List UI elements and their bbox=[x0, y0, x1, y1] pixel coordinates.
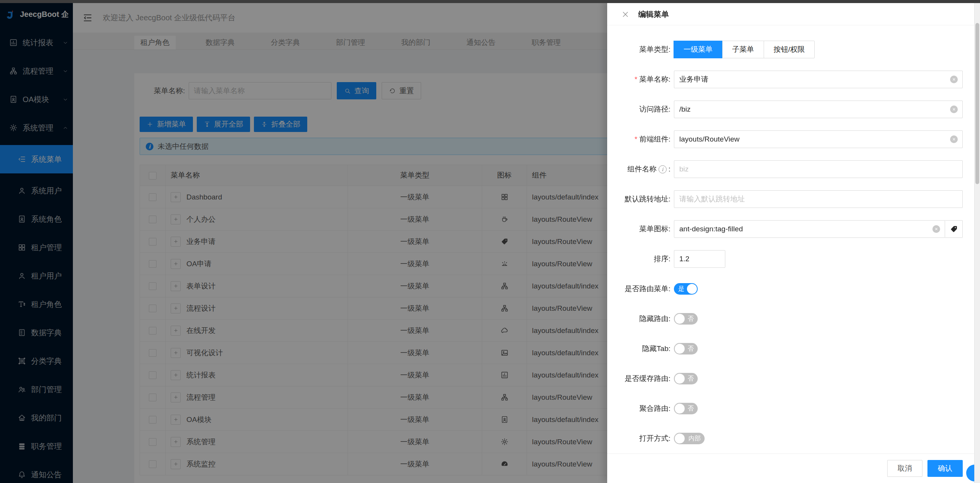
toggle-row: 聚合路由: 否 bbox=[607, 400, 963, 417]
menu-type-row: 菜单类型: 一级菜单 子菜单 按钮/权限 bbox=[607, 41, 963, 58]
toggle-switch[interactable]: 否 bbox=[674, 343, 698, 354]
menu-icon-row: 菜单图标: bbox=[607, 220, 963, 238]
toggle-label: 是否路由菜单: bbox=[607, 284, 674, 294]
switch-knob bbox=[675, 314, 685, 324]
toggle-label: 是否缓存路由: bbox=[607, 374, 674, 384]
toggle-label: 隐藏Tab: bbox=[607, 344, 674, 354]
toggle-label: 打开方式: bbox=[607, 434, 674, 443]
menu-type-option[interactable]: 一级菜单 bbox=[674, 41, 723, 58]
component-row: 前端组件: bbox=[607, 130, 963, 148]
drawer-header: 编辑菜单 bbox=[607, 0, 980, 25]
clear-icon[interactable] bbox=[932, 225, 940, 233]
toggle-row: 打开方式: 内部 bbox=[607, 430, 963, 447]
switch-state-text: 否 bbox=[688, 313, 694, 325]
toggle-rows: 是否路由菜单: 是 隐藏路由: 否 bbox=[607, 280, 963, 447]
menu-type-label: 菜单类型: bbox=[607, 45, 674, 54]
switch-state-text: 内部 bbox=[688, 433, 701, 444]
confirm-button[interactable]: 确认 bbox=[927, 460, 963, 477]
clear-icon[interactable] bbox=[950, 76, 958, 83]
menu-icon-label: 菜单图标: bbox=[607, 224, 674, 234]
redirect-label: 默认跳转地址: bbox=[607, 194, 674, 204]
edit-menu-drawer: 编辑菜单 菜单类型: 一级菜单 子菜单 bbox=[607, 0, 980, 483]
menu-type-option[interactable]: 按钮/权限 bbox=[764, 41, 815, 58]
toggle-label: 隐藏路由: bbox=[607, 314, 674, 324]
component-label: 前端组件: bbox=[639, 134, 670, 144]
toggle-label: 聚合路由: bbox=[607, 404, 674, 414]
sort-row: 排序: bbox=[607, 250, 963, 268]
switch-knob bbox=[675, 374, 685, 384]
menu-name-row: 菜单名称: bbox=[607, 71, 963, 88]
icon-picker-button[interactable] bbox=[945, 220, 963, 238]
drawer-body: 菜单类型: 一级菜单 子菜单 按钮/权限 bbox=[607, 25, 980, 453]
toggle-switch[interactable]: 否 bbox=[674, 373, 698, 384]
menu-icon-field[interactable] bbox=[674, 220, 945, 238]
menu-name-label: 菜单名称: bbox=[639, 74, 670, 84]
switch-state-text: 否 bbox=[688, 343, 694, 354]
required-asterisk bbox=[634, 75, 637, 84]
switch-knob bbox=[675, 404, 685, 414]
route-path-row: 访问路径: bbox=[607, 101, 963, 118]
toggle-switch[interactable]: 否 bbox=[674, 403, 698, 414]
drawer-footer: 取消 确认 bbox=[607, 453, 980, 483]
switch-knob bbox=[675, 344, 685, 354]
component-name-field[interactable] bbox=[674, 160, 963, 178]
toggle-row: 是否路由菜单: 是 bbox=[607, 280, 963, 298]
switch-knob bbox=[675, 434, 685, 443]
route-path-label: 访问路径: bbox=[607, 104, 674, 114]
browser-top-strip bbox=[0, 0, 980, 3]
clear-icon[interactable] bbox=[950, 106, 958, 113]
toggle-row: 是否缓存路由: 否 bbox=[607, 370, 963, 387]
drawer-title: 编辑菜单 bbox=[638, 9, 669, 20]
info-circle-icon[interactable] bbox=[659, 165, 667, 173]
clear-icon[interactable] bbox=[950, 135, 958, 143]
required-asterisk bbox=[634, 135, 637, 143]
cancel-button[interactable]: 取消 bbox=[887, 460, 922, 477]
switch-state-text: 否 bbox=[688, 373, 694, 384]
toggle-switch[interactable]: 是 bbox=[674, 283, 698, 295]
menu-name-field[interactable] bbox=[674, 71, 963, 88]
component-name-label: 组件名称 bbox=[628, 164, 657, 174]
sort-label: 排序: bbox=[607, 254, 674, 264]
switch-knob bbox=[687, 284, 697, 294]
component-name-row: 组件名称 bbox=[607, 160, 963, 178]
sort-field[interactable] bbox=[674, 250, 725, 268]
route-path-field[interactable] bbox=[674, 101, 963, 118]
switch-state-text: 否 bbox=[688, 403, 694, 414]
toggle-row: 隐藏路由: 否 bbox=[607, 310, 963, 328]
switch-state-text: 是 bbox=[678, 283, 684, 295]
toggle-switch[interactable]: 内部 bbox=[674, 433, 705, 444]
menu-type-segmented: 一级菜单 子菜单 按钮/权限 bbox=[674, 41, 815, 58]
tag-filled-icon bbox=[950, 225, 958, 233]
scrollbar-thumb[interactable] bbox=[975, 23, 979, 184]
redirect-field[interactable] bbox=[674, 190, 963, 208]
toggle-switch[interactable]: 否 bbox=[674, 313, 698, 325]
redirect-row: 默认跳转地址: bbox=[607, 190, 963, 208]
menu-type-option[interactable]: 子菜单 bbox=[722, 41, 764, 58]
toggle-row: 隐藏Tab: 否 bbox=[607, 340, 963, 358]
component-field[interactable] bbox=[674, 130, 963, 148]
page-scrollbar[interactable] bbox=[974, 3, 980, 483]
close-icon[interactable] bbox=[621, 10, 629, 18]
